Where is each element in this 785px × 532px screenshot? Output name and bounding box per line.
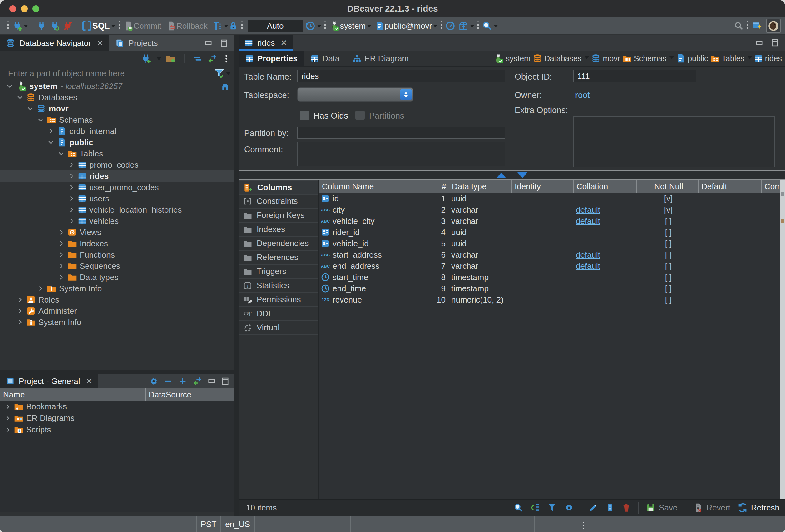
transaction-log-button[interactable]	[212, 21, 223, 31]
section-tab-ddl[interactable]: TDDL	[238, 307, 318, 321]
save-button[interactable]: Save ...	[659, 503, 686, 513]
tab-projects[interactable]: Projects	[109, 35, 163, 51]
grid-row-rider_id[interactable]: rider_id4uuid[ ]	[319, 227, 785, 238]
not-null-checkbox[interactable]: [ ]	[636, 260, 698, 272]
minimize-panel-icon[interactable]	[204, 39, 213, 47]
chevron-down-icon[interactable]	[317, 25, 321, 30]
chevron-down-icon[interactable]	[226, 72, 230, 77]
chevron-collapsed-icon[interactable]	[67, 172, 76, 180]
section-tab-statistics[interactable]: iStatistics	[238, 279, 318, 293]
not-null-checkbox[interactable]: [ ]	[636, 249, 698, 260]
commit-button[interactable]: Commit	[134, 21, 162, 31]
not-null-checkbox[interactable]: [ ]	[636, 283, 698, 294]
grid-row-start_time[interactable]: start_time8timestamp[ ]	[319, 272, 785, 283]
maximize-panel-icon[interactable]	[221, 377, 230, 386]
project-item-bookmarks[interactable]: Bookmarks	[0, 401, 234, 412]
vertical-splitter[interactable]	[234, 35, 238, 516]
section-tab-foreign-keys[interactable]: Foreign Keys	[238, 208, 318, 223]
grid-settings-icon[interactable]	[564, 503, 574, 513]
commit-mode-select[interactable]: Auto	[248, 20, 303, 32]
zoom-window-button[interactable]	[32, 5, 39, 12]
has-oids-checkbox[interactable]	[300, 110, 309, 120]
chevron-expanded-icon[interactable]	[5, 82, 15, 90]
section-tab-triggers[interactable]: Triggers	[238, 265, 318, 279]
active-connection-select[interactable]: system	[340, 21, 365, 31]
tree-item-views[interactable]: Views	[0, 227, 234, 238]
chevron-down-icon[interactable]	[748, 56, 752, 61]
connect-button[interactable]	[36, 21, 47, 31]
chevron-collapsed-icon[interactable]	[67, 217, 76, 225]
tree-item-indexes[interactable]: Indexes	[0, 238, 234, 249]
project-item-scripts[interactable]: Scripts	[0, 424, 234, 435]
timezone-indicator[interactable]: PST	[197, 516, 221, 532]
column-header-name[interactable]: Name	[0, 388, 146, 401]
tree-item-public[interactable]: public	[0, 137, 234, 148]
chevron-collapsed-icon[interactable]	[56, 262, 66, 270]
tablespace-select[interactable]	[297, 87, 413, 102]
rollback-button[interactable]: Rollback	[176, 21, 208, 31]
minimize-window-button[interactable]	[21, 5, 28, 12]
chevron-down-icon[interactable]	[585, 56, 589, 61]
compare-data-button[interactable]	[458, 21, 469, 31]
grid-row-start_address[interactable]: ABCstart_address6varchardefault[ ]	[319, 249, 785, 260]
collation-link[interactable]: default	[576, 250, 600, 260]
grid-row-end_address[interactable]: ABCend_address7varchardefault[ ]	[319, 260, 785, 272]
link-with-editor-button[interactable]	[207, 54, 217, 64]
breadcrumb-system[interactable]: system	[493, 53, 531, 64]
tree-item-vehicle-location-histories[interactable]: vehicle_location_histories	[0, 204, 234, 216]
grid-row-vehicle_id[interactable]: vehicle_id5uuid[ ]	[319, 238, 785, 249]
breadcrumb-tables[interactable]: Tables	[710, 53, 744, 64]
chevron-expanded-icon[interactable]	[56, 150, 66, 157]
chevron-collapsed-icon[interactable]	[15, 319, 25, 326]
collation-link[interactable]: default	[576, 205, 600, 215]
chevron-expanded-icon[interactable]	[46, 138, 56, 146]
section-tab-references[interactable]: References	[238, 251, 318, 265]
tree-item-rides[interactable]: rides	[0, 171, 234, 182]
section-tab-indexes[interactable]: Indexes	[238, 223, 318, 237]
chevron-expanded-icon[interactable]	[36, 116, 45, 124]
partitions-checkbox[interactable]	[355, 110, 365, 120]
chevron-collapsed-icon[interactable]	[56, 251, 66, 258]
not-null-checkbox[interactable]: [v]	[636, 204, 698, 216]
gear-icon[interactable]	[149, 376, 159, 386]
close-icon[interactable]: ✕	[97, 39, 104, 48]
chevron-down-icon[interactable]	[24, 25, 28, 30]
grid-row-revenue[interactable]: 123revenue10numeric(10, 2)[ ]	[319, 294, 785, 305]
form-grid-splitter[interactable]	[238, 171, 785, 180]
toolbar-drag-handle[interactable]	[7, 21, 9, 31]
breadcrumb-schemas[interactable]: Schemas	[622, 53, 666, 64]
close-icon[interactable]: ✕	[86, 377, 93, 386]
edit-icon[interactable]	[588, 503, 598, 513]
tree-item-vehicles[interactable]: vehicles	[0, 216, 234, 227]
tree-item-system[interactable]: system- localhost:26257	[0, 80, 234, 92]
filter-icon[interactable]	[213, 68, 225, 79]
active-schema-select[interactable]: public@movr	[384, 21, 432, 31]
statusbar-drag-handle[interactable]	[583, 522, 584, 530]
maximize-editor-icon[interactable]	[770, 39, 779, 47]
quick-access-search-icon[interactable]	[734, 21, 744, 31]
grid-filter-icon[interactable]	[547, 503, 557, 513]
chevron-collapsed-icon[interactable]	[3, 403, 12, 410]
breadcrumb-rides[interactable]: rides	[754, 54, 782, 63]
tree-item-system-info[interactable]: System Info	[0, 316, 234, 328]
chevron-collapsed-icon[interactable]	[56, 274, 66, 281]
chevron-down-icon[interactable]	[669, 56, 674, 61]
chevron-collapsed-icon[interactable]	[3, 426, 12, 434]
panel-splitter[interactable]	[0, 370, 234, 374]
tree-item-user-promo-codes[interactable]: user_promo_codes	[0, 182, 234, 193]
dashboard-button[interactable]	[445, 21, 456, 31]
tab-database-navigator[interactable]: Database Navigator ✕	[0, 35, 109, 51]
tab-rides-editor[interactable]: rides ✕	[238, 35, 293, 51]
sql-editor-icon[interactable]	[81, 20, 93, 31]
grid-column-header--[interactable]: #	[386, 180, 449, 193]
tree-item-tables[interactable]: Tables	[0, 148, 234, 159]
close-icon[interactable]: ✕	[280, 38, 287, 48]
not-null-checkbox[interactable]: [ ]	[636, 238, 698, 249]
not-null-checkbox[interactable]: [ ]	[636, 227, 698, 238]
section-tab-dependencies[interactable]: Dependencies	[238, 237, 318, 251]
tree-item-users[interactable]: users	[0, 193, 234, 204]
breadcrumb-public[interactable]: public	[676, 53, 708, 64]
collapse-all-button[interactable]	[193, 54, 203, 64]
open-perspective-button[interactable]	[751, 21, 762, 31]
reconnect-button[interactable]	[49, 21, 60, 31]
